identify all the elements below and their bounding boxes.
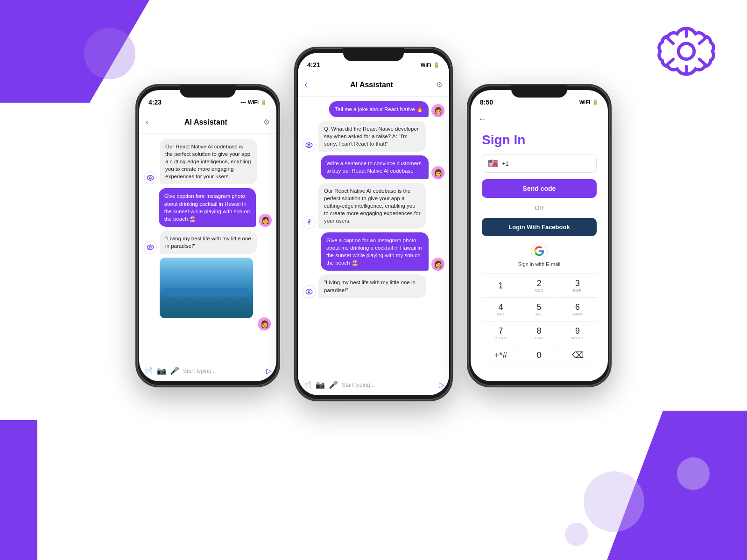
bg-decoration-bottom-left [0, 420, 37, 560]
signin-title: Sign In [482, 133, 597, 147]
bot-message-text: Q: What did the React Native developer s… [324, 126, 419, 147]
bot-message-text: "Living my best life with my little one … [165, 236, 251, 249]
phone-left-chat-title: AI Assistant [184, 118, 227, 126]
numpad-key[interactable]: 9WXYZ [558, 322, 597, 345]
bot-message-text: Our React Native AI codebase is the perf… [324, 188, 420, 224]
message-row: "Living my best life with my little one … [144, 231, 272, 254]
numpad-key[interactable]: ⌫ [558, 345, 597, 365]
chat-image [160, 258, 253, 318]
or-divider: OR [482, 204, 597, 211]
chat-input[interactable]: Start typing... [183, 368, 262, 374]
wifi-icon: WiFi [248, 99, 259, 105]
user-message-text: Give caption fore Instagram photo about … [164, 193, 250, 221]
user-message-bubble: Write a sentence to convince customers t… [321, 155, 429, 179]
svg-line-19 [152, 246, 153, 247]
message-row: 👩 Tell me a joke about React Native 🔥 [303, 101, 444, 117]
message-row: "Living my best life with my little one … [303, 274, 444, 298]
phone-left-notch [180, 85, 236, 98]
phone-number-input[interactable]: 🇺🇸 +1 [482, 154, 597, 173]
svg-point-14 [149, 246, 151, 248]
svg-point-21 [308, 144, 310, 146]
numpad-key[interactable]: 3DEF [558, 274, 597, 298]
mic-icon[interactable]: 🎤 [329, 380, 338, 389]
attachment-icon[interactable]: 📄 [144, 366, 153, 375]
svg-point-28 [308, 221, 310, 223]
phone-center-settings-button[interactable]: ⚙ [436, 80, 443, 89]
phone-center-chat-title: AI Assistant [350, 81, 393, 89]
bot-avatar [144, 241, 157, 254]
phone-center: 4:21 WiFi 🔋 ‹ AI Assistant ⚙ 👩 Tell me a… [294, 47, 453, 401]
phone-left-back-button[interactable]: ‹ [146, 117, 148, 127]
svg-point-0 [678, 43, 694, 59]
camera-icon[interactable]: 📷 [157, 366, 166, 375]
numpad-key[interactable]: 5JKL [520, 298, 558, 322]
message-row: 👩 Give a caption for an Instagram photo … [303, 232, 444, 271]
svg-line-26 [310, 144, 311, 145]
user-message-bubble: Give a caption for an Instagram photo ab… [321, 232, 429, 271]
phone-center-time: 4:21 [307, 61, 320, 69]
message-row: Q: What did the React Native developer s… [303, 121, 444, 152]
bot-message-bubble: Our React Native AI codebase is the perf… [318, 183, 426, 229]
phone-center-status-icons: WiFi 🔋 [421, 62, 440, 68]
camera-icon[interactable]: 📷 [316, 380, 325, 389]
phone-center-notch [343, 48, 404, 61]
send-button[interactable]: ▷ [439, 380, 444, 389]
svg-line-17 [148, 246, 149, 247]
battery-icon: 🔋 [592, 99, 599, 105]
numpad-key[interactable]: 4GHI [482, 298, 520, 322]
svg-line-13 [148, 179, 149, 180]
bot-avatar [303, 285, 316, 298]
bg-circle-bottom-right-2 [677, 457, 710, 490]
numpad-key[interactable]: +*# [482, 345, 520, 365]
phone-left: 4:23 ▪▪▪ WiFi 🔋 ‹ AI Assistant ⚙ [135, 84, 280, 387]
google-icon[interactable] [531, 243, 548, 259]
numpad-key[interactable]: 1 [482, 274, 520, 298]
phone-left-time: 4:23 [148, 98, 162, 106]
user-avatar: 👩 [259, 214, 272, 227]
user-avatar-image: 👩 [258, 317, 271, 330]
phone-center-back-button[interactable]: ‹ [304, 80, 307, 90]
user-avatar: 👩 [431, 166, 444, 179]
signin-back-button[interactable]: ← [471, 111, 608, 128]
svg-point-7 [149, 177, 151, 179]
numpad-key[interactable]: 6MNO [558, 298, 597, 322]
google-signin-label: Sign in with E-mail [518, 261, 560, 267]
phone-right-time: 8:50 [480, 98, 493, 106]
phone-left-input-bar: 📄 📷 🎤 Start typing... ▷ [139, 360, 276, 381]
user-message-text: Give a caption for an Instagram photo ab… [326, 238, 422, 266]
user-avatar: 👩 [431, 104, 444, 117]
bot-message-bubble: Q: What did the React Native developer s… [318, 121, 426, 152]
bot-message-bubble: "Living my best life with my little one … [318, 274, 426, 298]
phone-left-messages: Our React Native AI codebase is the perf… [139, 134, 276, 360]
bot-message-bubble: Our React Native AI codebase is the perf… [160, 139, 257, 184]
user-message-text: Write a sentence to convince customers t… [326, 161, 422, 174]
numpad-key[interactable]: 0 [520, 345, 558, 365]
bot-message-text: "Living my best life with my little one … [324, 280, 416, 293]
bot-avatar [303, 139, 316, 152]
svg-line-25 [310, 146, 311, 147]
numpad-key[interactable]: 7PQRS [482, 322, 520, 345]
phone-right: 8:50 WiFi 🔋 ← Sign In 🇺🇸 +1 [467, 84, 612, 387]
send-code-button[interactable]: Send code [482, 179, 597, 198]
user-message-bubble: Tell me a joke about React Native 🔥 [329, 101, 429, 117]
attachment-icon[interactable]: 📄 [303, 380, 312, 389]
send-button[interactable]: ▷ [266, 366, 272, 375]
message-row: 👩 Write a sentence to convince customers… [303, 155, 444, 179]
phone-center-messages: 👩 Tell me a joke about React Native 🔥 [298, 97, 449, 374]
svg-line-4 [699, 59, 706, 65]
numpad-key[interactable]: 2ABC [520, 274, 558, 298]
message-row: Our React Native AI codebase is the perf… [144, 139, 272, 184]
numpad: 12ABC3DEF4GHI5JKL6MNO7PQRS8TUV9WXYZ+*#0⌫ [482, 273, 597, 365]
google-signin-row: Sign in with E-mail [482, 243, 597, 267]
numpad-key[interactable]: 8TUV [520, 322, 558, 345]
mic-icon[interactable]: 🎤 [170, 366, 179, 375]
chat-input[interactable]: Start typing... [342, 382, 435, 388]
svg-line-24 [307, 144, 308, 145]
svg-line-12 [152, 176, 153, 177]
phone-center-screen: 4:21 WiFi 🔋 ‹ AI Assistant ⚙ 👩 Tell me a… [298, 53, 449, 395]
svg-line-20 [148, 248, 149, 249]
phone-left-settings-button[interactable]: ⚙ [263, 118, 270, 126]
facebook-login-button[interactable]: Login With Facebook [482, 218, 597, 236]
svg-line-27 [307, 146, 308, 147]
bot-message-text: Our React Native AI codebase is the perf… [165, 144, 251, 179]
